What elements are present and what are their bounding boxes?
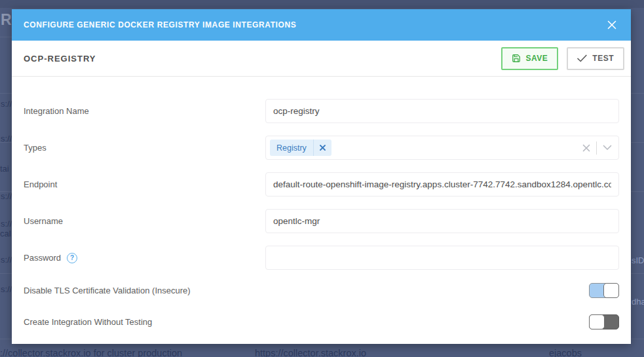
chip-remove-button[interactable] <box>313 140 331 156</box>
test-button-label: TEST <box>592 54 614 63</box>
clear-icon <box>582 144 590 152</box>
modal-title: CONFIGURE GENERIC DOCKER REGISTRY IMAGE … <box>24 20 296 29</box>
form-row-disable-tls: Disable TLS Certificate Validation (Inse… <box>24 282 619 299</box>
integration-form: Integration Name Types Registry <box>12 77 631 345</box>
form-row-create-without-testing: Create Integration Without Testing <box>24 314 619 330</box>
background-table-cell-user: ejacobs <box>549 348 582 357</box>
integration-name-title: OCP-REGISTRY <box>24 54 96 64</box>
create-without-testing-label: Create Integration Without Testing <box>24 317 152 327</box>
form-row-password: Password ? <box>24 246 619 270</box>
chip-remove-icon <box>320 145 326 151</box>
integration-name-input[interactable] <box>265 99 619 123</box>
disable-tls-toggle[interactable] <box>589 283 619 298</box>
background-text-fragment: sIDU <box>632 255 644 265</box>
save-button-label: SAVE <box>526 54 548 63</box>
save-icon <box>512 54 521 63</box>
dropdown-open-button[interactable] <box>603 145 612 151</box>
endpoint-input[interactable] <box>265 172 619 197</box>
save-button[interactable]: SAVE <box>501 47 559 70</box>
close-button[interactable] <box>605 18 619 32</box>
username-label: Username <box>24 216 63 226</box>
username-input[interactable] <box>265 209 619 233</box>
modal-subheader: OCP-REGISTRY SAVE TEST <box>12 41 631 77</box>
background-text-fragment: cal <box>0 229 11 238</box>
background-table-cell-endpoint: ://collector.stackrox.io for cluster pro… <box>0 348 182 357</box>
endpoint-label: Endpoint <box>24 179 57 189</box>
background-divider <box>0 37 12 37</box>
test-button[interactable]: TEST <box>567 47 624 70</box>
modal-header: CONFIGURE GENERIC DOCKER REGISTRY IMAGE … <box>12 9 631 41</box>
background-text-fragment: dhat <box>632 297 644 307</box>
close-icon <box>607 20 616 29</box>
select-controls <box>582 141 612 155</box>
toggle-knob <box>589 314 605 329</box>
help-icon[interactable]: ? <box>67 253 77 263</box>
disable-tls-label: Disable TLS Certificate Validation (Inse… <box>24 286 191 295</box>
types-multiselect[interactable]: Registry <box>265 136 619 160</box>
toggle-knob <box>603 283 619 298</box>
select-divider <box>596 141 597 155</box>
clear-selection-button[interactable] <box>582 144 590 152</box>
check-icon <box>577 54 587 62</box>
form-row-integration-name: Integration Name <box>24 99 619 123</box>
background-text-fragment: tai <box>0 164 9 174</box>
integration-config-modal: CONFIGURE GENERIC DOCKER REGISTRY IMAGE … <box>12 9 631 344</box>
background-top-strip <box>0 0 644 8</box>
form-row-types: Types Registry <box>24 136 619 160</box>
integration-name-label: Integration Name <box>24 106 89 116</box>
form-row-endpoint: Endpoint <box>24 172 619 197</box>
create-without-testing-toggle[interactable] <box>589 314 619 329</box>
type-chip-label: Registry <box>270 140 313 156</box>
types-label: Types <box>24 143 47 153</box>
password-label: Password <box>24 253 61 263</box>
chevron-down-icon <box>603 145 612 151</box>
header-buttons: SAVE TEST <box>501 47 624 70</box>
type-chip-registry: Registry <box>270 140 331 156</box>
background-table-cell-url: https://collector.stackrox.io <box>255 348 366 357</box>
password-input[interactable] <box>265 246 619 270</box>
background-text-fragment: s:// <box>1 99 12 109</box>
form-row-username: Username <box>24 209 619 233</box>
